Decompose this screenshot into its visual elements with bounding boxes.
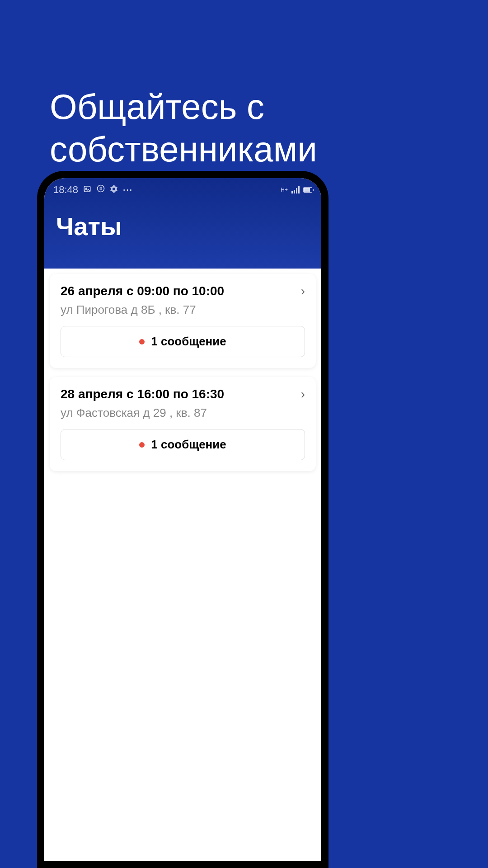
gear-icon xyxy=(110,184,118,196)
battery-icon xyxy=(303,187,312,193)
unread-dot-icon xyxy=(139,339,145,344)
unread-dot-icon xyxy=(139,442,145,448)
chevron-right-icon: › xyxy=(301,284,305,298)
more-icon: ⋯ xyxy=(122,184,132,196)
status-bar: 18:48 B ⋯ H+ xyxy=(44,178,321,198)
chat-list: 26 апреля с 09:00 по 10:00 › ул Пирогова… xyxy=(44,269,321,486)
svg-text:B: B xyxy=(99,186,102,191)
signal-icon xyxy=(291,186,300,193)
chat-header-row: 26 апреля с 09:00 по 10:00 › xyxy=(61,284,305,298)
app-header: 18:48 B ⋯ H+ Ч xyxy=(44,178,321,269)
chat-card[interactable]: 26 апреля с 09:00 по 10:00 › ул Пирогова… xyxy=(50,274,316,368)
promo-headline: Общайтесь с собственниками xyxy=(50,86,317,170)
message-badge[interactable]: 1 сообщение xyxy=(61,326,305,357)
chevron-right-icon: › xyxy=(301,387,305,401)
chat-header-row: 28 апреля с 16:00 по 16:30 › xyxy=(61,387,305,401)
status-bar-left: 18:48 B ⋯ xyxy=(53,184,132,196)
status-time: 18:48 xyxy=(53,184,78,196)
network-label: H+ xyxy=(281,187,288,193)
promo-line-1: Общайтесь с xyxy=(50,87,264,127)
chat-address: ул Пирогова д 8Б , кв. 77 xyxy=(61,303,305,317)
chat-title: 26 апреля с 09:00 по 10:00 xyxy=(61,284,224,298)
chat-card[interactable]: 28 апреля с 16:00 по 16:30 › ул Фастовск… xyxy=(50,377,316,471)
message-count-label: 1 сообщение xyxy=(151,335,226,349)
phone-frame: 18:48 B ⋯ H+ Ч xyxy=(37,171,328,868)
phone-screen: 18:48 B ⋯ H+ Ч xyxy=(44,178,321,861)
chat-title: 28 апреля с 16:00 по 16:30 xyxy=(61,387,224,401)
message-count-label: 1 сообщение xyxy=(151,438,226,452)
status-bar-right: H+ xyxy=(281,186,312,193)
image-icon xyxy=(83,184,92,196)
message-badge[interactable]: 1 сообщение xyxy=(61,429,305,460)
page-title: Чаты xyxy=(44,198,321,241)
chat-address: ул Фастовская д 29 , кв. 87 xyxy=(61,406,305,420)
promo-line-2: собственниками xyxy=(50,129,317,169)
chat-icon: B xyxy=(96,184,105,196)
